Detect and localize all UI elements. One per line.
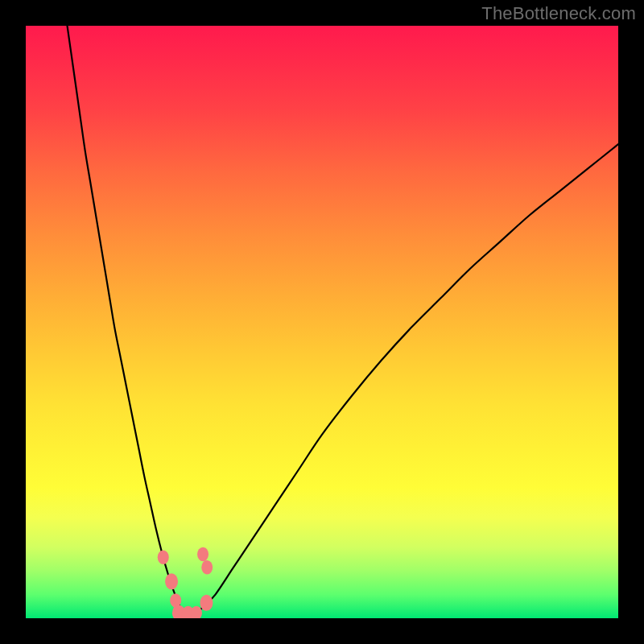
watermark-label: TheBottleneck.com xyxy=(481,3,636,24)
curve-marker xyxy=(197,547,208,562)
curve-marker xyxy=(191,606,202,618)
curve-marker xyxy=(201,560,213,575)
bottleneck-curve xyxy=(68,26,618,616)
curve-marker xyxy=(165,573,178,589)
chart-svg xyxy=(26,26,618,618)
plot-area xyxy=(26,26,618,618)
curve-marker xyxy=(200,595,213,611)
chart-frame: TheBottleneck.com xyxy=(0,0,644,644)
curve-markers xyxy=(158,547,213,618)
curve-marker xyxy=(158,550,169,564)
